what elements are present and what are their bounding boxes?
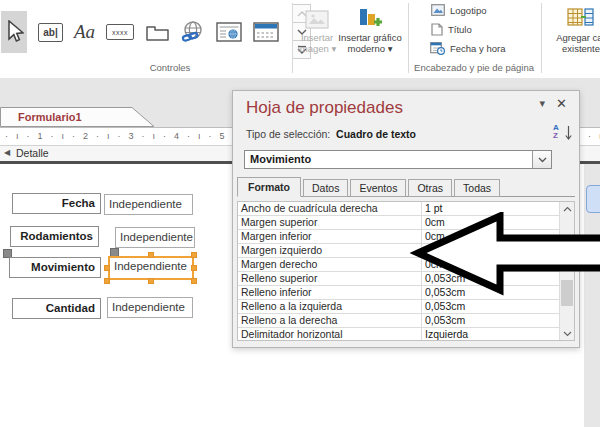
object-selector-value: Movimiento — [250, 153, 311, 165]
field-label-rodamientos[interactable]: Rodamientos — [10, 226, 99, 247]
field-label-movimiento[interactable]: Movimiento — [9, 257, 101, 278]
textbox-control-icon[interactable]: ab| — [38, 23, 63, 42]
resize-handle-bottom[interactable] — [148, 278, 154, 284]
property-row[interactable]: Relleno a la derecha0,053cm — [238, 314, 574, 328]
sort-az-icon — [565, 126, 572, 142]
field-textbox-fecha[interactable]: Independiente — [104, 194, 193, 215]
selection-type: Tipo de selección: Cuadro de texto — [246, 128, 416, 140]
resize-handle-top[interactable] — [148, 252, 154, 258]
field-textbox-rodamientos[interactable]: Independiente — [115, 227, 195, 248]
add-fields-icon — [567, 3, 595, 29]
insert-image-button[interactable]: Insertar imagen ▾ — [294, 3, 340, 54]
tab-formato[interactable]: Formato — [237, 177, 301, 197]
property-row[interactable]: Relleno a la izquierda0,053cm — [238, 300, 574, 314]
navigation-control-icon[interactable] — [253, 22, 279, 42]
field-label-fecha[interactable]: Fecha — [12, 193, 101, 214]
web-browser-control-icon[interactable] — [216, 22, 242, 42]
field-textbox-movimiento-selected[interactable]: Independiente — [108, 256, 194, 280]
label-control-icon[interactable]: Aa — [74, 21, 95, 43]
selection-type-value: Cuadro de texto — [336, 128, 416, 140]
grid-scroll-down-icon — [563, 331, 572, 337]
tab-otras[interactable]: Otras — [408, 179, 452, 197]
resize-handle-bottom-right[interactable] — [191, 278, 197, 284]
panel-dropdown-button[interactable]: ▾ — [539, 97, 545, 110]
tab-eventos[interactable]: Eventos — [350, 179, 406, 197]
select-cursor-icon — [4, 20, 24, 44]
annotation-arrow-left — [410, 212, 600, 300]
button-control-icon[interactable]: xxxx — [106, 24, 134, 40]
ruler-marks-fragment: ·ı — [588, 128, 600, 144]
grid-scroll-up-icon — [563, 206, 572, 212]
logo-icon — [431, 4, 445, 16]
insert-image-icon — [305, 3, 329, 29]
property-row[interactable]: Delimitador horizontalIzquierda — [238, 328, 574, 341]
tab-formulario1[interactable]: Formulario1 — [0, 107, 156, 127]
access-design-view: ab| Aa xxxx — [0, 0, 600, 427]
field-label-cantidad[interactable]: Cantidad — [12, 298, 101, 319]
section-collapse-icon: ◀ — [4, 148, 10, 157]
resize-handle-right[interactable] — [191, 265, 197, 271]
object-selector-combobox[interactable]: Movimiento — [244, 150, 552, 169]
controls-group-label: Controles — [60, 62, 280, 73]
select-tool-button[interactable] — [1, 11, 27, 53]
ribbon: ab| Aa xxxx — [0, 0, 600, 79]
partial-ui-fragment — [586, 185, 600, 213]
resize-handle-top-right[interactable] — [191, 252, 197, 258]
datetime-icon — [430, 41, 445, 55]
tab-control-icon[interactable] — [145, 22, 170, 42]
insert-modern-chart-button[interactable]: Insertar gráfico moderno ▾ — [336, 3, 404, 54]
document-tab-label: Formulario1 — [18, 111, 82, 123]
logo-button[interactable]: Logotipo — [431, 3, 486, 17]
property-tabs: Formato Datos Eventos Otras Todas — [237, 177, 575, 197]
title-button[interactable]: Título — [431, 22, 472, 36]
resize-handle-left[interactable] — [104, 265, 110, 271]
title-icon — [431, 23, 443, 36]
modern-chart-icon — [357, 3, 383, 29]
controls-gallery: ab| Aa xxxx — [0, 6, 311, 58]
header-footer-group-label: Encabezado y pie de página — [409, 62, 539, 73]
tab-datos[interactable]: Datos — [303, 179, 348, 197]
add-existing-fields-button[interactable]: Agregar car existente — [546, 3, 600, 54]
property-sheet-title: Hoja de propiedades — [246, 98, 403, 118]
hyperlink-icon[interactable] — [181, 20, 205, 44]
close-icon[interactable]: ✕ — [556, 96, 567, 111]
resize-handle-bottom-left[interactable] — [104, 278, 110, 284]
datetime-button[interactable]: Fecha y hora — [430, 41, 505, 55]
sort-az-button[interactable]: A Z — [553, 124, 571, 144]
section-label: Detalle — [16, 147, 49, 159]
grid-scroll-down-button[interactable] — [560, 327, 574, 340]
field-textbox-cantidad[interactable]: Independiente — [107, 297, 193, 318]
tab-todas[interactable]: Todas — [454, 179, 500, 197]
combo-chevron-icon[interactable] — [532, 151, 551, 168]
